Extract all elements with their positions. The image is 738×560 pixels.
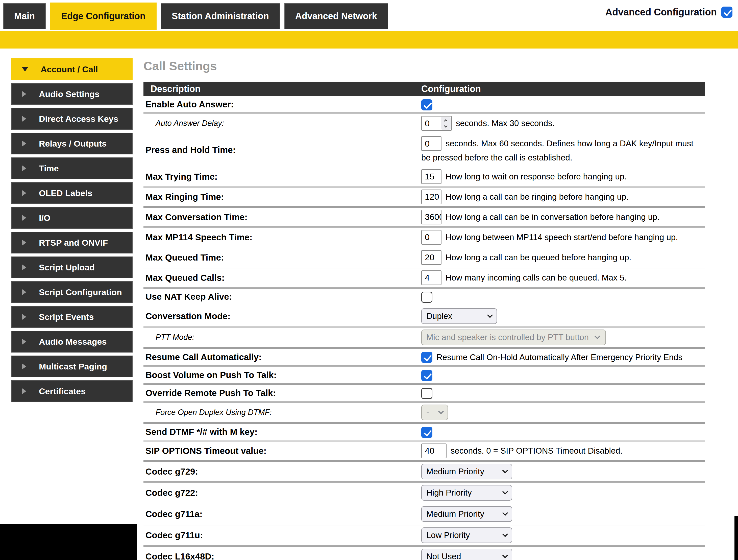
table-row-codec-g711u: Codec g711u:Low Priority [143, 525, 705, 547]
row-label: PTT Mode: [143, 331, 421, 344]
sidebar-item-oled-labels[interactable]: OLED Labels [11, 182, 132, 204]
sidebar-item-multicast-paging[interactable]: Multicast Paging [11, 355, 132, 377]
max-ringing-time-input[interactable] [422, 190, 441, 204]
max-mp114-speech-time-input[interactable] [422, 231, 441, 244]
sidebar-item-time[interactable]: Time [11, 158, 132, 179]
boost-volume-on-push-to-talk-checkbox[interactable] [421, 370, 432, 381]
row-configuration [421, 289, 705, 305]
row-configuration: High Priority [421, 483, 705, 503]
auto-answer-delay-spinner[interactable] [441, 117, 451, 129]
send-dtmf-with-m-key-checkbox[interactable] [421, 427, 432, 438]
max-conversation-time-input[interactable] [422, 211, 441, 224]
sidebar-item-label: Certificates [39, 386, 86, 396]
sidebar-item-i-o[interactable]: I/O [11, 207, 132, 229]
sidebar-item-script-events[interactable]: Script Events [11, 306, 132, 328]
settings-table: Description Configuration Enable Auto An… [143, 82, 705, 560]
triangle-right-icon [22, 141, 26, 147]
max-ringing-time-input-wrap [421, 190, 441, 204]
row-label: Override Remote Push To Talk: [143, 386, 421, 400]
conversation-mode-select[interactable]: Duplex [421, 308, 497, 324]
row-label: Codec g722: [143, 486, 421, 500]
tab-edge-configuration[interactable]: Edge Configuration [50, 3, 156, 30]
select-value: Medium Priority [426, 508, 484, 520]
top-navigation-bar: MainEdge ConfigurationStation Administra… [0, 0, 738, 31]
accent-bar [0, 31, 738, 48]
triangle-right-icon [22, 215, 26, 221]
table-row-auto-answer-delay: Auto Answer Delay:seconds. Max 30 second… [143, 114, 705, 134]
max-queued-calls-input[interactable] [422, 271, 441, 284]
chevron-down-icon [487, 312, 493, 318]
override-remote-push-to-talk-checkbox[interactable] [421, 388, 432, 399]
row-label: Max Trying Time: [143, 170, 421, 184]
triangle-right-icon [22, 240, 26, 246]
codec-g711a-select[interactable]: Medium Priority [421, 506, 512, 522]
sidebar-item-rtsp-and-onvif[interactable]: RTSP and ONVIF [11, 232, 132, 253]
max-trying-time-input-wrap [421, 169, 441, 184]
sidebar-item-label: RTSP and ONVIF [39, 238, 108, 248]
codec-l16x48d-select[interactable]: Not Used [421, 549, 512, 560]
resume-call-automatically-checkbox[interactable] [421, 352, 432, 363]
chevron-down-icon [438, 408, 444, 414]
max-trying-time-input[interactable] [422, 170, 441, 183]
chevron-down-icon [502, 489, 508, 495]
chevron-down-icon [502, 510, 508, 516]
table-row-use-nat-keep-alive: Use NAT Keep Alive: [143, 289, 705, 306]
press-and-hold-time-input[interactable] [422, 137, 441, 150]
row-label: SIP OPTIONS Timeout value: [143, 444, 421, 458]
row-label: Force Open Duplex Using DTMF: [143, 406, 421, 419]
select-value: Not Used [426, 550, 461, 560]
sidebar-item-direct-access-keys[interactable]: Direct Access Keys [11, 108, 132, 129]
max-mp114-speech-time-input-wrap [421, 230, 441, 245]
table-row-codec-g711a: Codec g711a:Medium Priority [143, 504, 705, 525]
row-label: Press and Hold Time: [143, 143, 421, 157]
sidebar-item-account-call[interactable]: Account / Call [11, 58, 132, 80]
advanced-configuration-checkbox[interactable] [721, 7, 732, 18]
table-row-max-conversation-time: Max Conversation Time:How long a call ca… [143, 208, 705, 228]
row-configuration: How long to wait on response before hang… [421, 167, 705, 186]
row-description: How long a call can be ringing before ha… [445, 192, 629, 202]
triangle-right-icon [22, 190, 26, 196]
row-description: seconds. Max 30 seconds. [456, 118, 555, 128]
sidebar-item-label: Multicast Paging [39, 362, 107, 371]
auto-answer-delay-input[interactable] [422, 117, 441, 130]
sip-options-timeout-value-input-wrap [421, 444, 446, 458]
sidebar-item-label: Relays / Outputs [39, 139, 106, 149]
max-queued-time-input[interactable] [422, 251, 441, 264]
table-row-press-and-hold-time: Press and Hold Time:seconds. Max 60 seco… [143, 134, 705, 167]
row-description: How long to wait on response before hang… [445, 172, 627, 181]
select-value: High Priority [426, 487, 472, 499]
sidebar-item-script-upload[interactable]: Script Upload [11, 257, 132, 278]
tab-main[interactable]: Main [3, 3, 46, 29]
enable-auto-answer-checkbox[interactable] [421, 99, 432, 110]
table-header: Description Configuration [143, 82, 705, 96]
row-label: Max MP114 Speech Time: [143, 230, 421, 244]
row-configuration: Not Used [421, 547, 705, 560]
sip-options-timeout-value-input[interactable] [422, 444, 446, 458]
tab-station-administration[interactable]: Station Administration [160, 3, 280, 29]
main-tabs: MainEdge ConfigurationStation Administra… [3, 3, 388, 30]
row-configuration: How long a call can be ringing before ha… [421, 188, 705, 206]
sidebar-item-relays-outputs[interactable]: Relays / Outputs [11, 133, 132, 155]
advanced-configuration-label: Advanced Configuration [606, 7, 717, 18]
codec-g711u-select[interactable]: Low Priority [421, 527, 512, 543]
table-row-boost-volume-on-push-to-talk: Boost Volume on Push To Talk: [143, 367, 705, 384]
codec-g722-select[interactable]: High Priority [421, 485, 512, 501]
sidebar-item-label: Time [39, 164, 59, 173]
codec-g729-select[interactable]: Medium Priority [421, 464, 512, 479]
sidebar-item-audio-messages[interactable]: Audio Messages [11, 331, 132, 352]
table-row-resume-call-automatically: Resume Call Automatically:Resume Call On… [143, 349, 705, 367]
use-nat-keep-alive-checkbox[interactable] [421, 292, 432, 303]
triangle-right-icon [22, 388, 26, 394]
sidebar-item-certificates[interactable]: Certificates [11, 380, 132, 402]
table-row-conversation-mode: Conversation Mode:Duplex [143, 306, 705, 327]
table-row-codec-g729: Codec g729:Medium Priority [143, 462, 705, 483]
row-configuration: seconds. Max 30 seconds. [421, 114, 705, 133]
tab-advanced-network[interactable]: Advanced Network [284, 3, 388, 29]
row-configuration: Medium Priority [421, 504, 705, 524]
main-panel: Call Settings Description Configuration … [143, 48, 705, 560]
table-row-max-queued-time: Max Queued Time:How long a call can be q… [143, 248, 705, 268]
sidebar-item-script-configuration[interactable]: Script Configuration [11, 281, 132, 303]
row-description: How long between MP114 speech start/end … [445, 233, 678, 242]
row-label: Max Queued Calls: [143, 271, 421, 285]
sidebar-item-audio-settings[interactable]: Audio Settings [11, 83, 132, 105]
